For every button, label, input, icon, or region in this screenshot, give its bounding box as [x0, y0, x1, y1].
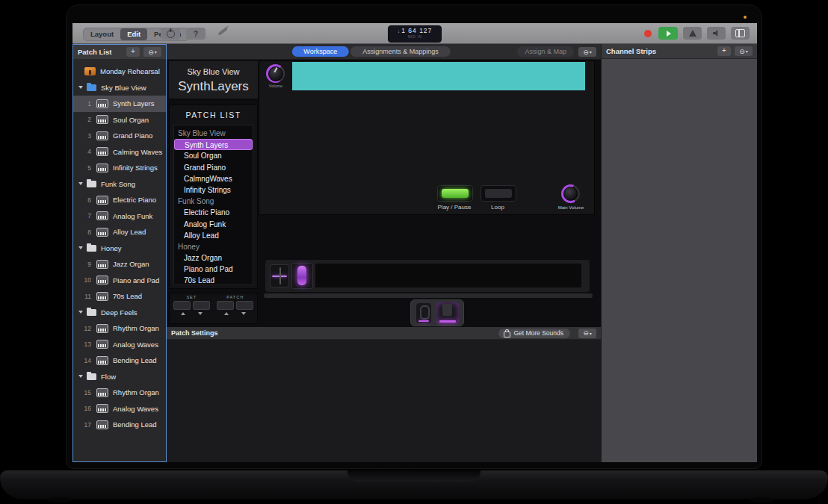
- instrument-icon: [96, 324, 108, 333]
- assign-map-button[interactable]: Assign & Map: [517, 46, 574, 57]
- expression-pedal[interactable]: [436, 302, 459, 324]
- patch-label: Analog Funk: [113, 212, 152, 220]
- patch-list-item[interactable]: 6Electric Piano: [73, 192, 166, 208]
- widget-patch-row[interactable]: Jazz Organ: [174, 252, 253, 264]
- metronome-button[interactable]: [683, 27, 702, 40]
- widget-patch-row[interactable]: Analog Funk: [174, 219, 253, 230]
- mode-edit[interactable]: Edit: [120, 28, 147, 40]
- patch-list-item[interactable]: 4Calming Waves: [73, 144, 166, 161]
- patch-list-item[interactable]: 5Infinity Strings: [73, 160, 166, 176]
- patch-list-set-folder[interactable]: Funk Song: [73, 176, 166, 193]
- track-volume-knob[interactable]: [266, 64, 285, 83]
- patch-list-set-folder[interactable]: Flow: [73, 369, 166, 385]
- patch-list-set-folder[interactable]: Deep Feels: [73, 305, 166, 321]
- camera-indicator-dot: [744, 16, 747, 19]
- midi-value: 64: [408, 27, 416, 34]
- loop-button[interactable]: [481, 185, 516, 202]
- mainstage-window: Layout Edit Perform ? 1 64 127 MIDI IN: [72, 23, 757, 462]
- widget-patch-row[interactable]: Infinity Strings: [174, 184, 253, 196]
- metronome-icon: [689, 30, 696, 37]
- workspace-action-menu[interactable]: [578, 47, 596, 57]
- disclosure-triangle-icon[interactable]: [78, 311, 83, 314]
- patch-label: Deep Feels: [101, 308, 138, 317]
- main-volume-knob[interactable]: [561, 184, 580, 203]
- patch-list-widget: PATCH LIST Sky Blue ViewSynth LayersSoul…: [169, 105, 258, 289]
- widget-patch-row[interactable]: 70s Lead: [174, 275, 253, 286]
- edit-pencil-icon[interactable]: [217, 27, 227, 35]
- channel-strips-title: Channel Strips: [606, 47, 714, 55]
- instrument-icon: [96, 99, 108, 108]
- patch-list-item[interactable]: 2Soul Organ: [73, 112, 166, 128]
- widget-patch-row[interactable]: Grand Piano: [174, 162, 253, 173]
- patch-number: 4: [73, 148, 91, 155]
- panels-button[interactable]: [731, 27, 750, 40]
- set-label: SET: [173, 295, 210, 299]
- widget-patch-row[interactable]: Piano and Pad: [174, 264, 253, 275]
- patch-list-set-folder[interactable]: Sky Blue View: [73, 80, 166, 96]
- patch-list-concert[interactable]: Monday Rehearsal: [73, 63, 166, 80]
- patch-prev-button[interactable]: [217, 301, 234, 310]
- widget-set-row[interactable]: Honey: [174, 241, 253, 252]
- patch-list-action-menu[interactable]: [143, 47, 161, 57]
- get-more-sounds-button[interactable]: Get More Sounds: [498, 329, 570, 338]
- patch-settings-title: Patch Settings: [171, 329, 498, 337]
- patch-list-item[interactable]: 15Rhythm Organ: [73, 385, 166, 401]
- patch-list-set-folder[interactable]: Honey: [73, 240, 166, 257]
- add-channel-strip-button[interactable]: +: [717, 46, 731, 56]
- patch-list-item[interactable]: 13Analog Waves: [73, 337, 166, 353]
- disclosure-triangle-icon[interactable]: [78, 375, 83, 378]
- patch-list-item[interactable]: 10Piano and Pad: [73, 273, 166, 289]
- patch-list-item[interactable]: 1Synth Layers: [73, 96, 166, 112]
- instrument-icon: [96, 164, 108, 172]
- play-button[interactable]: [658, 27, 678, 40]
- widget-patch-row[interactable]: CalmngWaves: [174, 173, 253, 184]
- play-pause-button[interactable]: [437, 185, 473, 202]
- patch-list-item[interactable]: 17Bending Lead: [73, 417, 166, 433]
- widget-patch-row[interactable]: Synth Layers: [174, 139, 253, 150]
- track-volume-label: Volume: [259, 84, 292, 88]
- patch-list-item[interactable]: 8Alloy Lead: [73, 224, 166, 240]
- patch-list-title: Patch List: [78, 48, 123, 56]
- mode-layout[interactable]: Layout: [84, 28, 120, 40]
- widget-patch-row[interactable]: Soul Organ: [174, 150, 253, 161]
- instrument-icon: [96, 260, 108, 269]
- channel-strips-action-menu[interactable]: [735, 46, 753, 56]
- widget-set-row[interactable]: Sky Blue View: [174, 128, 253, 139]
- help-button[interactable]: ?: [186, 28, 206, 40]
- instrument-icon: [96, 131, 108, 140]
- sustain-pedal[interactable]: [416, 303, 431, 323]
- patch-label: Bending Lead: [113, 356, 157, 364]
- add-patch-button[interactable]: +: [126, 47, 140, 57]
- pitch-wheel[interactable]: [270, 264, 289, 287]
- master-mute-button[interactable]: [707, 27, 726, 40]
- patch-settings-action-menu[interactable]: [578, 329, 596, 338]
- patch-list-item[interactable]: 16Analog Waves: [73, 401, 166, 417]
- widget-set-row[interactable]: Funk Song: [174, 196, 253, 207]
- patch-number: 3: [73, 132, 91, 140]
- screen-keyboard[interactable]: [315, 264, 581, 287]
- tab-workspace[interactable]: Workspace: [291, 46, 349, 57]
- set-next-button[interactable]: [193, 301, 210, 310]
- disclosure-triangle-icon[interactable]: [78, 86, 83, 89]
- patch-list-item[interactable]: 12Rhythm Organ: [73, 320, 166, 337]
- disclosure-triangle-icon[interactable]: [78, 182, 83, 185]
- folder-icon: [87, 309, 96, 316]
- set-prev-button[interactable]: [173, 301, 191, 310]
- disclosure-triangle-icon[interactable]: [78, 246, 83, 249]
- patch-list-item[interactable]: 3Grand Piano: [73, 128, 166, 144]
- patch-list-item[interactable]: 9Jazz Organ: [73, 256, 166, 273]
- patch-list-item[interactable]: 14Bending Lead: [73, 352, 166, 369]
- mod-wheel[interactable]: [291, 263, 313, 289]
- widget-patch-row[interactable]: Alloy Lead: [174, 230, 253, 241]
- patch-list-item[interactable]: 7Analog Funk: [73, 208, 166, 225]
- patch-list-panel: Patch List + Monday RehearsalSky Blue Vi…: [72, 44, 167, 462]
- record-button[interactable]: [644, 30, 652, 37]
- tab-assignments-mappings[interactable]: Assignments & Mappings: [350, 46, 451, 57]
- patch-list-item[interactable]: 1170s Lead: [73, 288, 166, 305]
- patch-next-button[interactable]: [236, 301, 253, 310]
- patch-label: Analog Waves: [113, 340, 158, 349]
- patch-label: Alloy Lead: [113, 228, 146, 236]
- widget-patch-row[interactable]: Electric Piano: [174, 207, 253, 218]
- current-patch-name: SynthLayers: [169, 79, 258, 94]
- full-screen-button[interactable]: [161, 28, 180, 40]
